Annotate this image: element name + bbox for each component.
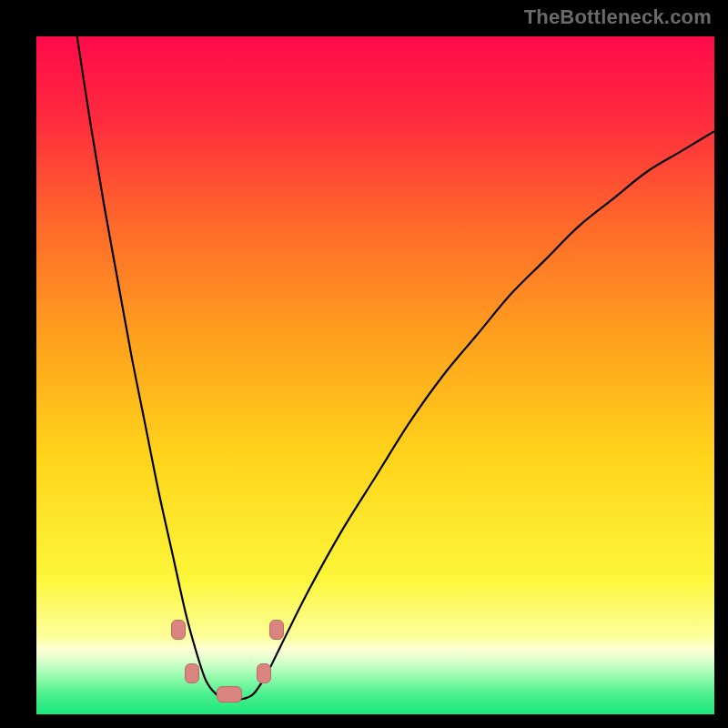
curve-marker-3: [257, 663, 271, 683]
curve-path: [77, 36, 714, 700]
curve-marker-0: [171, 620, 186, 640]
curve-marker-2: [217, 686, 242, 703]
curve-marker-1: [185, 663, 199, 683]
watermark-text: TheBottleneck.com: [524, 5, 712, 29]
bottleneck-curve: [36, 36, 714, 714]
curve-marker-4: [269, 620, 284, 640]
chart-frame: TheBottleneck.com: [0, 0, 728, 728]
plot-area: [36, 36, 714, 714]
